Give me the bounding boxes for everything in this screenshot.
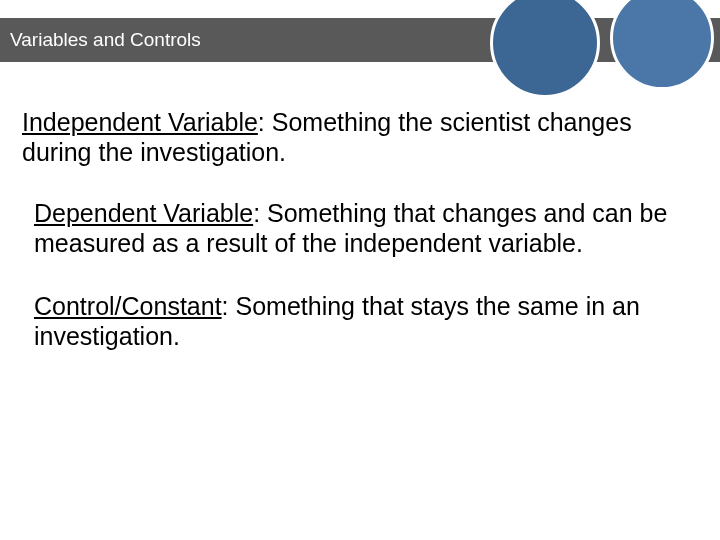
term-control: Control/Constant [34, 292, 222, 320]
definition-dependent: Dependent Variable: Something that chang… [22, 199, 680, 258]
slide: Variables and Controls Independent Varia… [0, 0, 720, 540]
content-area: Independent Variable: Something the scie… [22, 108, 680, 383]
definition-independent: Independent Variable: Something the scie… [22, 108, 680, 167]
decorative-circle-right [610, 0, 714, 90]
definition-control: Control/Constant: Something that stays t… [22, 292, 680, 351]
slide-title: Variables and Controls [10, 29, 201, 51]
term-dependent: Dependent Variable [34, 199, 253, 227]
term-independent: Independent Variable [22, 108, 258, 136]
decorative-circle-left [490, 0, 600, 98]
